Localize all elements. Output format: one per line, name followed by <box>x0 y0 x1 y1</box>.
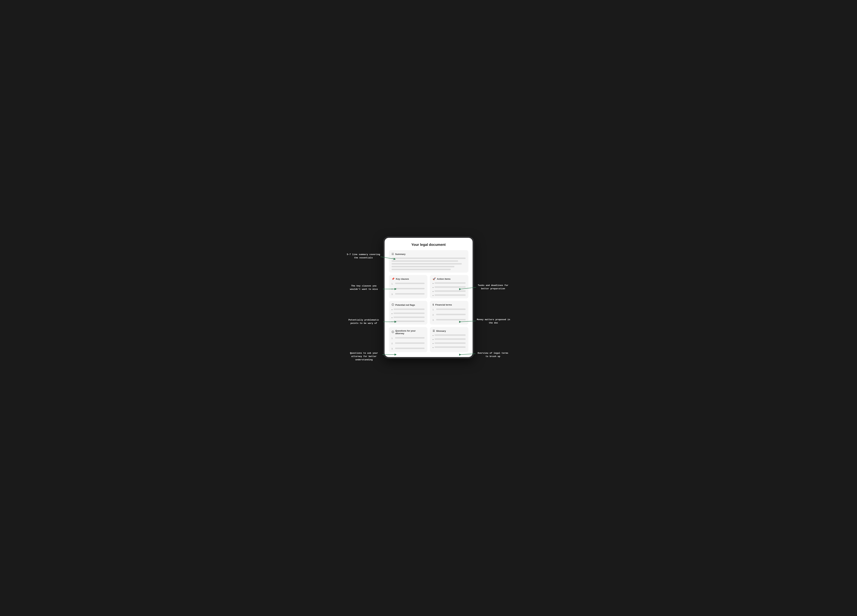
info-icon: ⓘ <box>391 303 394 306</box>
skeleton-line <box>391 266 455 267</box>
annotation-summary: 5-7 line summary covering the essentials <box>347 253 381 259</box>
page-title: Your legal document <box>389 243 469 247</box>
gloss-line <box>435 346 466 348</box>
tablet-screen: Your legal document ☷ Summary 📌 Key <box>385 238 473 357</box>
fin-item-1: 1. <box>433 308 466 310</box>
dollar-icon: $ <box>433 303 434 306</box>
flag-item-3 <box>391 316 425 318</box>
annotation-action-items: Tasks and deadlines for better preparati… <box>476 284 510 290</box>
action-items-header: 🚀 Action items <box>433 278 466 280</box>
fin-line <box>436 314 466 315</box>
fin-line <box>436 309 466 310</box>
clause-item-3: 3. <box>391 293 425 295</box>
clause-line <box>395 293 425 295</box>
num-label: 3. <box>433 319 435 321</box>
fin-line <box>436 319 466 320</box>
action-item-1 <box>433 283 466 284</box>
annotation-glossary: Overview of legal terms to brush up <box>476 352 510 358</box>
bullet-dot <box>433 335 433 336</box>
skeleton-line <box>391 258 466 259</box>
annotation-financial-terms: Money matters proposed in the doc <box>476 318 511 325</box>
bullet-dot <box>433 339 433 340</box>
questions-card: ⓘ Questions for your attorney 1. 2. 3. <box>389 327 427 352</box>
skeleton-line <box>391 269 451 270</box>
num-label: 2. <box>391 287 394 290</box>
doc-icon: ☷ <box>391 253 394 255</box>
bullet-dot <box>433 295 433 296</box>
skeleton-line <box>391 260 458 262</box>
q-item-1: 1. <box>391 337 425 339</box>
clause-item-2: 2. <box>391 287 425 290</box>
num-label: 2. <box>433 313 435 316</box>
financial-terms-header: $ Financial terms <box>433 303 466 306</box>
pin-icon: 📌 <box>391 278 394 280</box>
key-clauses-card: 📌 Key clauses 1. 2. 3. <box>389 275 427 298</box>
key-clauses-title: Key clauses <box>396 278 409 280</box>
bullet-dot <box>391 313 393 314</box>
flag-line <box>393 321 425 322</box>
flag-item-4 <box>391 321 425 322</box>
gloss-line <box>435 343 466 344</box>
q-item-2: 2. <box>391 342 425 344</box>
annotation-red-flags: Potentially problematic points to be war… <box>345 318 383 325</box>
flag-item-2 <box>391 313 425 314</box>
bullet-dot <box>433 283 433 284</box>
scene: Your legal document ☷ Summary 📌 Key <box>345 236 512 380</box>
row-1: 📌 Key clauses 1. 2. 3. <box>389 275 469 298</box>
glossary-card: ☰ Glossary <box>430 327 469 352</box>
glossary-header: ☰ Glossary <box>433 329 466 332</box>
gloss-item-1 <box>433 334 466 336</box>
bullet-dot <box>433 291 433 292</box>
num-label: 1. <box>433 308 435 310</box>
questions-title: Questions for your attorney <box>395 329 425 335</box>
clause-item-1: 1. <box>391 283 425 285</box>
glossary-title: Glossary <box>436 330 446 332</box>
q-item-3: 3. <box>391 347 425 350</box>
q-line <box>395 337 425 338</box>
fin-item-2: 2. <box>433 313 466 316</box>
summary-card-title: Summary <box>395 253 405 255</box>
fin-item-3: 3. <box>433 319 466 321</box>
questions-header: ⓘ Questions for your attorney <box>391 329 425 335</box>
flag-item-1 <box>391 309 425 310</box>
bullet-dot <box>433 343 433 344</box>
clause-line <box>395 288 425 289</box>
summary-card-header: ☷ Summary <box>391 253 466 255</box>
bullet-dot <box>391 317 393 318</box>
tablet-device: Your legal document ☷ Summary 📌 Key <box>383 236 474 358</box>
list-icon: ☰ <box>433 329 435 332</box>
action-line <box>435 294 466 296</box>
skeleton-line <box>391 263 462 264</box>
num-label: 1. <box>391 283 394 285</box>
gloss-item-2 <box>433 338 466 340</box>
red-flags-title: Potential red flags <box>395 304 415 306</box>
action-items-title: Action items <box>437 278 450 280</box>
summary-card: ☷ Summary <box>389 250 469 273</box>
financial-terms-card: $ Financial terms 1. 2. 3. <box>430 301 469 324</box>
annotation-key-clauses: The key clauses you wouldn't want to mis… <box>346 284 382 291</box>
action-line <box>435 286 466 288</box>
clause-line <box>395 283 425 284</box>
bullet-dot <box>433 347 433 348</box>
gloss-line <box>435 334 466 336</box>
annotation-questions: Questions to ask your attorney for bette… <box>346 352 382 361</box>
q-line <box>395 347 425 349</box>
bullet-dot <box>433 287 433 288</box>
num-label: 1. <box>391 337 394 339</box>
flag-line <box>393 309 425 310</box>
red-flags-header: ⓘ Potential red flags <box>391 303 425 306</box>
financial-terms-title: Financial terms <box>435 303 452 306</box>
bullet-dot <box>391 309 393 310</box>
gloss-item-3 <box>433 343 466 344</box>
action-items-card: 🚀 Action items <box>430 275 469 298</box>
question-icon: ⓘ <box>391 330 394 333</box>
action-line <box>435 283 466 284</box>
gloss-line <box>435 338 466 340</box>
action-line <box>435 290 466 292</box>
action-item-3 <box>433 290 466 292</box>
q-line <box>395 343 425 344</box>
flag-line <box>393 316 425 318</box>
row-2: ⓘ Potential red flags <box>389 301 469 324</box>
flag-line <box>393 313 425 314</box>
action-item-2 <box>433 286 466 288</box>
